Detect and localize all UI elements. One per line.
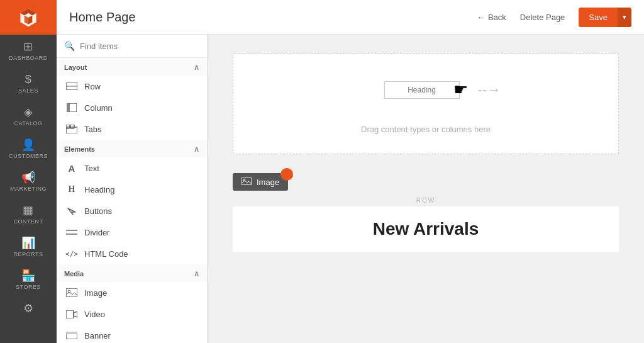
sidebar-item-banner[interactable]: Banner [57,325,207,343]
section-label-elements: Elements [64,145,95,153]
image-pill-label: Image [257,177,279,187]
dragging-element: Heading [384,81,460,99]
gear-icon: ⚙ [23,303,34,314]
text-icon: A [65,162,78,174]
drop-hint: Drag content types or columns here [361,125,491,134]
sidebar-item-tabs[interactable]: Tabs [57,118,207,140]
catalog-icon: ◈ [24,106,33,118]
drag-preview: Heading ☛ - - → [384,80,468,99]
content-icon: ▦ [23,205,34,216]
save-btn-group: Save ▾ [579,8,631,27]
nav-item-content[interactable]: ▦ CONTENT [0,198,57,231]
back-arrow-icon: ← [477,13,485,22]
search-bar: 🔍 [57,35,207,58]
nav-label-catalog: CATALOG [14,120,42,127]
video-label: Video [84,310,105,319]
dragging-element-label: Heading [408,86,436,94]
row-icon [65,80,78,93]
image-label: Image [84,288,107,298]
nav-item-reports[interactable]: 📊 REPORTS [0,231,57,264]
sidebar-item-heading[interactable]: H Heading [57,179,207,200]
section-label-layout: Layout [64,64,87,71]
nav-item-sales[interactable]: $ SALES [0,67,57,100]
sales-icon: $ [25,74,32,85]
search-input[interactable] [80,42,199,51]
chevron-down-icon: ▾ [623,13,626,21]
save-button[interactable]: Save [579,8,618,27]
magento-logo-icon [17,6,40,29]
save-dropdown-button[interactable]: ▾ [618,8,631,27]
column-label: Column [84,103,113,113]
new-arrivals-title: New Arrivals [373,219,479,239]
svg-rect-3 [67,103,70,112]
chevron-media-icon: ∧ [194,269,199,278]
html-code-icon: </> [65,247,78,260]
section-header-media[interactable]: Media ∧ [57,264,207,282]
dashboard-icon: ⊞ [23,41,33,52]
divider-icon [65,226,78,239]
section-header-layout[interactable]: Layout ∧ [57,58,207,76]
heading-icon: H [65,183,78,196]
left-nav: ⊞ DASHBOARD $ SALES ◈ CATALOG 👤 CUSTOMER… [0,0,57,343]
sidebar-item-buttons[interactable]: Buttons [57,200,207,222]
page-title: Home Page [69,10,467,25]
canvas-area[interactable]: Heading ☛ - - → Drag content types or co… [208,35,644,343]
image-icon [65,286,78,299]
nav-item-dashboard[interactable]: ⊞ DASHBOARD [0,35,57,67]
back-label: Back [488,13,506,22]
delete-page-button[interactable]: Delete Page [514,9,572,26]
sidebar-panel: 🔍 Layout ∧ Row Column [57,35,208,343]
nav-label-reports: REPORTS [14,251,43,257]
banner-label: Banner [84,331,111,340]
svg-rect-14 [242,177,252,185]
nav-label-stores: STORES [16,284,41,290]
html-code-label: HTML Code [84,249,128,259]
row-label-canvas: ROW [416,197,435,204]
header: Home Page ← Back Delete Page Save ▾ [57,0,644,35]
main-content: Home Page ← Back Delete Page Save ▾ 🔍 [57,0,644,343]
sidebar-item-html-code[interactable]: </> HTML Code [57,243,207,264]
banner-icon [65,329,78,342]
sidebar-item-video[interactable]: Video [57,303,207,325]
sidebar-item-text[interactable]: A Text [57,157,207,179]
svg-rect-9 [66,288,77,297]
sidebar-item-row[interactable]: Row [57,76,207,97]
nav-item-stores[interactable]: 🏪 STORES [0,264,57,296]
row-divider: ROW [233,197,619,204]
back-button[interactable]: ← Back [477,13,506,22]
sidebar-item-column[interactable]: Column [57,97,207,118]
section-label-media: Media [64,270,84,278]
red-dot [280,168,293,181]
sidebar-item-divider[interactable]: Divider [57,222,207,243]
marketing-icon: 📢 [21,172,36,183]
logo-area[interactable] [0,0,57,35]
image-drag-row: Image [233,173,619,191]
nav-item-customers[interactable]: 👤 CUSTOMERS [0,133,57,166]
nav-label-customers: CUSTOMERS [9,153,48,159]
svg-rect-11 [66,310,74,318]
divider-label: Divider [84,228,109,237]
buttons-label: Buttons [84,206,112,216]
nav-label-content: CONTENT [14,218,43,225]
sidebar-item-image[interactable]: Image [57,282,207,303]
svg-rect-13 [66,332,77,334]
nav-item-settings[interactable]: ⚙ [0,296,57,320]
nav-label-marketing: MARKETING [10,186,47,192]
image-pill[interactable]: Image [233,173,288,191]
drop-zone[interactable]: Heading ☛ - - → Drag content types or co… [233,53,619,154]
drag-cursor-icon: ☛ [453,80,468,99]
tabs-label: Tabs [84,125,101,134]
section-header-elements[interactable]: Elements ∧ [57,140,207,157]
nav-item-catalog[interactable]: ◈ CATALOG [0,100,57,133]
header-actions: ← Back Delete Page Save ▾ [477,8,631,27]
heading-label: Heading [84,185,114,194]
customers-icon: 👤 [21,139,36,150]
column-icon [65,101,78,114]
nav-label-dashboard: DASHBOARD [9,55,48,61]
nav-item-marketing[interactable]: 📢 MARKETING [0,166,57,198]
svg-rect-6 [70,125,74,128]
video-icon [65,308,78,320]
stores-icon: 🏪 [21,270,36,281]
chevron-elements-icon: ∧ [194,145,199,154]
tabs-icon [65,123,78,135]
